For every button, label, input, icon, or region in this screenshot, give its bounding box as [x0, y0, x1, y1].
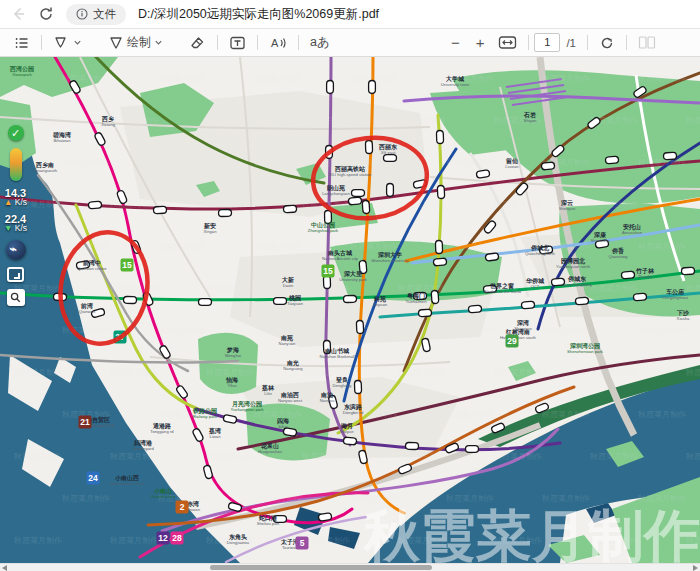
station-label-en: Langshanyuan [322, 191, 350, 196]
watermark-tile: 秋霞菜月制作 [541, 326, 590, 335]
back-icon[interactable] [10, 6, 26, 22]
station-label-en: Qianwan [79, 309, 96, 314]
station-label-en: Xixiangsouth [33, 168, 58, 173]
watermark-tile: 秋霞菜月制作 [541, 74, 590, 83]
fit-to-width-button[interactable] [492, 33, 523, 52]
station-marker [218, 209, 231, 216]
translate-button[interactable]: aあ [304, 32, 336, 53]
station-label-en: Shekou port [257, 521, 280, 526]
station-marker [575, 297, 588, 305]
station-marker [521, 301, 534, 309]
highlighter-icon [53, 35, 70, 51]
watermark-tile: 秋霞菜月制作 [205, 116, 254, 125]
station-label-en: Daxin [283, 283, 294, 288]
rotate-button[interactable] [593, 33, 621, 53]
station-label-en: Bihaiwan [54, 138, 72, 143]
watermark-tile: 秋霞菜月制作 [397, 368, 446, 377]
watermark-tile: 秋霞菜月制作 [61, 242, 110, 251]
pdf-page-metro-map[interactable]: 秋霞菜月制作秋霞菜月制作秋霞菜月制作秋霞菜月制作秋霞菜月制作秋霞菜月制作秋霞菜月… [0, 57, 700, 563]
station-label: 登良 [335, 376, 348, 383]
screenshot-icon[interactable] [7, 267, 24, 282]
station-marker [418, 309, 431, 316]
search-icon[interactable] [7, 289, 25, 306]
station-label-en: Zhongshan park [308, 228, 339, 233]
watermark-tile: 秋霞菜月制作 [349, 494, 398, 503]
translate-label: aあ [310, 34, 330, 51]
station-marker [352, 190, 365, 197]
station-label-en: Taoyuan [287, 301, 304, 306]
toolbar-separator [217, 35, 218, 50]
status-check-icon[interactable]: ✓ [8, 125, 24, 141]
station-label: 深大里 [343, 270, 363, 277]
traffic-light-indicator[interactable] [10, 148, 22, 181]
station-marker [274, 298, 287, 305]
station-label-en: Yuehaimen [406, 299, 428, 304]
watermark-tile: 秋霞菜月制作 [301, 116, 350, 125]
watermark-tile: 秋霞菜月制作 [157, 326, 206, 335]
watermark-tile: 秋霞菜月制作 [205, 368, 254, 377]
station-label: 华侨城 [525, 277, 545, 284]
boost-ball-icon[interactable]: ⌁ [6, 240, 26, 260]
upload-speed-unit: ▲ K/s [4, 198, 27, 207]
watermark-tile: 秋霞菜月制作 [445, 494, 494, 503]
watermark-tile: 秋霞菜月制作 [445, 242, 494, 251]
highlight-button[interactable] [47, 33, 88, 53]
download-speed-unit: ▼ K/s [4, 224, 27, 233]
net-monitor-widget[interactable]: ✓ 14.3 ▲ K/s 22.4 ▼ K/s ⌁ [2, 125, 29, 306]
station-label-en: OCT [531, 284, 540, 289]
toolbar-right-group: − + 1 /1 [443, 33, 692, 53]
pen-nib-icon [108, 35, 124, 51]
station-label-en: Xiaonanshan west [110, 481, 145, 486]
watermark-tile: 秋霞菜月制作 [205, 452, 254, 461]
table-of-contents-button[interactable] [8, 33, 36, 53]
add-text-button[interactable] [223, 33, 252, 53]
erase-button[interactable] [183, 33, 212, 53]
scroll-left-arrow[interactable] [2, 565, 7, 571]
station-label-en: Liuxian [505, 164, 519, 169]
url-text[interactable]: D:/深圳2050远期实际走向图%2069更新.pdf [138, 6, 379, 23]
refresh-icon[interactable] [38, 6, 54, 22]
watermark-tile: 秋霞菜月制作 [445, 326, 494, 335]
horizontal-scrollbar[interactable] [0, 563, 700, 571]
station-marker [283, 205, 296, 212]
watermark-tile: 秋霞菜月制作 [109, 200, 158, 209]
zoom-out-button[interactable]: − [443, 34, 468, 51]
watermark-tile: 秋霞菜月制作 [253, 326, 302, 335]
station-label-en: Dengliang [333, 383, 353, 388]
scroll-right-arrow[interactable] [693, 565, 698, 571]
station-label: 深云 [560, 200, 573, 206]
station-label-en: Nanyou west [278, 398, 303, 403]
watermark-tile: 秋霞菜月制作 [637, 242, 686, 251]
page-total-label: /1 [566, 37, 576, 49]
station-label-en: Shiyan [524, 118, 537, 123]
up-arrow-icon: ▲ [4, 197, 12, 207]
zoom-in-button[interactable]: + [468, 34, 493, 51]
station-marker [663, 152, 676, 159]
station-marker [465, 445, 478, 452]
station-marker [365, 140, 372, 153]
file-scheme-chip[interactable]: 文件 [66, 4, 126, 25]
watermark-tile: 秋霞菜月制作 [685, 116, 700, 125]
page-view-button[interactable] [632, 33, 662, 52]
station-label-en: Yuanboyuan north [556, 264, 591, 269]
station-label-en: Nanshan Bookmall [319, 354, 354, 359]
line-badge-number: 15 [122, 260, 132, 270]
watermark-tile: 秋霞菜月制作 [253, 74, 302, 83]
read-aloud-button[interactable]: A [263, 33, 293, 53]
rotate-icon [599, 35, 615, 51]
watermark-tile: 秋霞菜月制作 [205, 200, 254, 209]
pdf-toolbar: 绘制 A aあ − + 1 /1 [0, 29, 700, 57]
station-label-en: Qiaoxiang [609, 254, 629, 259]
text-box-icon [229, 35, 246, 51]
station-label-en: Shenkang [591, 238, 611, 243]
scrollbar-thumb[interactable] [210, 565, 432, 570]
draw-button[interactable]: 绘制 [102, 32, 169, 53]
page-number-input[interactable]: 1 [534, 33, 560, 52]
station-marker [354, 380, 361, 393]
station-label-en: XILI high-speed station [329, 172, 373, 177]
station-marker [485, 253, 499, 261]
watermark-tile: 秋霞菜月制作 [685, 200, 700, 209]
watermark-tile: 秋霞菜月制作 [109, 368, 158, 377]
read-aloud-icon: A [269, 35, 287, 51]
watermark-tile: 秋霞菜月制作 [253, 494, 302, 503]
